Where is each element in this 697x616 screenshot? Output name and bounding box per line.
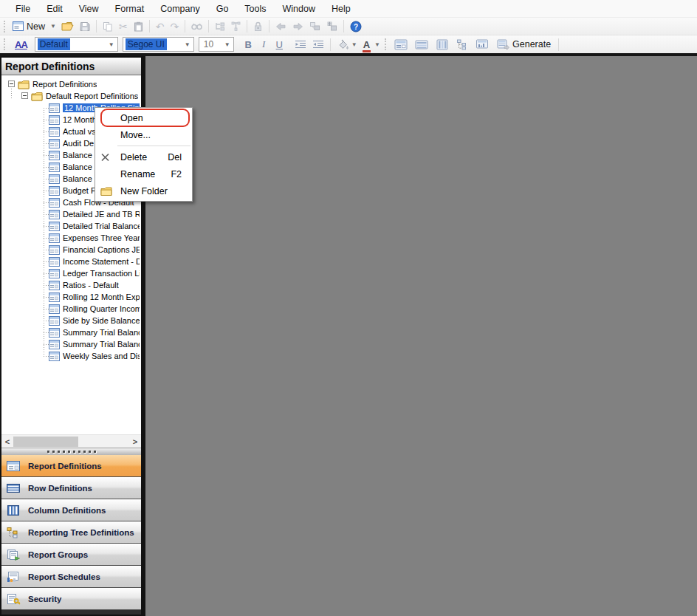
font-size-combobox[interactable]: 10 ▼ (199, 37, 234, 52)
font-combobox[interactable]: Segoe UI ▼ (123, 37, 194, 52)
tree-node-default-report-definitions[interactable]: Default Report Definitions (1, 90, 141, 102)
lock-button[interactable] (251, 19, 265, 34)
indent-increase-button[interactable] (310, 37, 326, 52)
nav-button-column-definitions[interactable]: Column Definitions (1, 499, 141, 521)
chevron-down-icon[interactable]: ▼ (374, 41, 380, 48)
nav-button-label: Report Groups (28, 550, 88, 559)
tree-item-label: Detailed JE and TB Rev (63, 210, 140, 219)
chevron-down-icon[interactable]: ▼ (351, 41, 357, 48)
column-definition-view-button[interactable] (433, 37, 451, 52)
nav-button-report-schedules[interactable]: Report Schedules (1, 566, 141, 588)
report-definition-view-icon (394, 39, 408, 50)
tree-item-detailed-je-and-tb-rev[interactable]: Detailed JE and TB Rev (1, 208, 141, 220)
collapse-expander-icon[interactable] (8, 80, 15, 89)
row-definition-view-button[interactable] (413, 37, 430, 52)
tree-insert-button[interactable] (213, 19, 227, 34)
report-icon (49, 151, 60, 160)
scroll-right-icon[interactable]: > (129, 435, 141, 448)
font-color-button[interactable]: A ▼ (361, 37, 382, 52)
style-combobox[interactable]: Default ▼ (35, 37, 118, 52)
toolbar-gripper[interactable] (385, 38, 388, 50)
chevron-down-icon[interactable]: ▼ (106, 41, 117, 48)
context-menu-item-move[interactable]: Move... (95, 126, 192, 143)
nav-button-reporting-tree-definitions[interactable]: Reporting Tree Definitions (1, 521, 141, 544)
tree-item-label: Rolling 12 Month Exper (63, 292, 140, 301)
menu-edit[interactable]: Edit (38, 0, 71, 17)
tree-item-label: Expenses Three Year C (63, 233, 140, 242)
forward-button[interactable] (290, 19, 306, 34)
menu-help[interactable]: Help (323, 0, 359, 17)
tree-branch-icon (231, 21, 241, 31)
tree-item-income-statement-de[interactable]: Income Statement - De (1, 256, 141, 267)
context-menu-item-delete[interactable]: DeleteDel (95, 148, 192, 165)
horizontal-scrollbar[interactable]: < > (1, 434, 141, 448)
link-button[interactable] (307, 19, 323, 34)
cut-icon: ✂ (119, 19, 128, 34)
tree-item-ratios-default[interactable]: Ratios - Default (1, 279, 141, 291)
undo-button[interactable]: ↶ (154, 19, 167, 34)
tree-item-summary-trial-balance[interactable]: Summary Trial Balance (1, 338, 141, 350)
bold-button[interactable]: B (241, 37, 255, 52)
chevron-down-icon[interactable]: ▼ (182, 41, 193, 48)
tree-item-ledger-transaction-list[interactable]: Ledger Transaction List (1, 267, 141, 279)
link-add-button[interactable] (324, 19, 340, 34)
scroll-left-icon[interactable]: < (1, 435, 13, 448)
toolbar-gripper[interactable] (4, 38, 7, 50)
context-menu-item-open[interactable]: Open (95, 109, 192, 126)
tree-item-side-by-side-balance-sh[interactable]: Side by Side Balance Sh (1, 315, 141, 326)
copy-icon (103, 21, 113, 32)
cut-button[interactable]: ✂ (117, 19, 130, 34)
help-button[interactable]: ? (348, 19, 364, 34)
menu-tools[interactable]: Tools (236, 0, 274, 17)
toolbar-gripper[interactable] (4, 21, 7, 32)
context-menu-item-new-folder[interactable]: New Folder (95, 182, 192, 199)
generate-icon (497, 39, 509, 50)
report-definition-view-button[interactable] (392, 37, 410, 52)
underline-button[interactable]: U (272, 37, 286, 52)
tree-item-detailed-trial-balance[interactable]: Detailed Trial Balance - (1, 220, 141, 232)
tree-item-label: Actual vs (63, 127, 96, 136)
indent-decrease-button[interactable] (292, 37, 309, 52)
redo-button[interactable]: ↷ (168, 19, 181, 34)
menu-view[interactable]: View (71, 0, 107, 17)
menu-format[interactable]: Format (107, 0, 153, 17)
chevron-down-icon[interactable]: ▼ (222, 41, 233, 48)
tree-item-rolling-quarter-income[interactable]: Rolling Quarter Income (1, 303, 141, 315)
report-group-view-button[interactable] (473, 37, 491, 52)
font-style-button[interactable]: AA (10, 37, 32, 52)
pane-resize-gripper[interactable] (1, 448, 141, 455)
new-button[interactable]: New ▼ (10, 19, 58, 34)
back-button[interactable] (273, 19, 289, 34)
nav-button-report-definitions[interactable]: Report Definitions (1, 455, 141, 477)
tree-item-summary-trial-balance[interactable]: Summary Trial Balance (1, 326, 141, 338)
tree-item-financial-captions-je-a[interactable]: Financial Captions JE a (1, 244, 141, 256)
new-dropdown-arrow[interactable]: ▼ (50, 23, 56, 30)
italic-button[interactable]: I (257, 37, 271, 52)
tree-item-rolling-12-month-exper[interactable]: Rolling 12 Month Exper (1, 291, 141, 303)
font-combobox-value: Segoe UI (126, 38, 167, 50)
nav-button-security[interactable]: Security (1, 588, 141, 610)
open-button[interactable] (59, 19, 76, 34)
generate-button[interactable]: Generate (493, 37, 554, 52)
scrollbar-thumb[interactable] (13, 437, 78, 447)
tree-item-weekly-sales-and-disco[interactable]: Weekly Sales and Disco (1, 350, 141, 362)
copy-button[interactable] (100, 19, 115, 34)
report-icon (49, 281, 60, 290)
context-menu-item-rename[interactable]: RenameF2 (95, 165, 192, 182)
delete-x-icon (100, 152, 110, 162)
menu-go[interactable]: Go (208, 0, 237, 17)
nav-button-row-definitions[interactable]: Row Definitions (1, 477, 141, 499)
tree-node-report-definitions[interactable]: Report Definitions (1, 78, 141, 90)
collapse-expander-icon[interactable] (21, 92, 28, 100)
find-button[interactable] (189, 19, 205, 34)
menu-window[interactable]: Window (275, 0, 323, 17)
tree-item-expenses-three-year-c[interactable]: Expenses Three Year C (1, 232, 141, 244)
menu-file[interactable]: File (7, 0, 38, 17)
fill-color-button[interactable]: ▼ (334, 37, 360, 52)
tree-branch-button[interactable] (229, 19, 243, 34)
menu-company[interactable]: Company (152, 0, 208, 17)
save-button[interactable] (78, 19, 92, 34)
nav-button-report-groups[interactable]: Report Groups (1, 544, 141, 566)
reporting-tree-view-button[interactable] (454, 37, 470, 52)
paste-button[interactable] (131, 19, 145, 34)
